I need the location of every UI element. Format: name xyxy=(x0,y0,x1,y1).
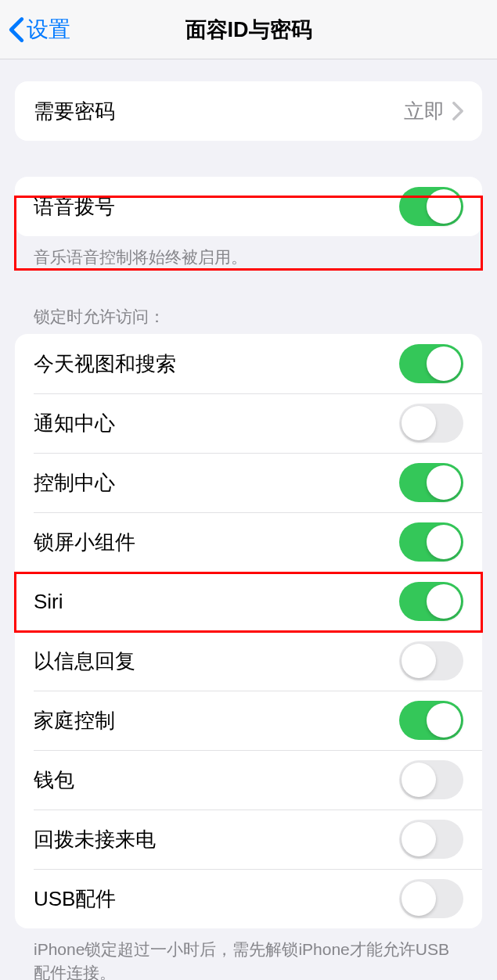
lock-access-toggle[interactable] xyxy=(399,879,463,918)
lock-access-row: 回拨未接来电 xyxy=(15,809,482,869)
lock-access-toggle[interactable] xyxy=(399,641,463,680)
chevron-right-icon xyxy=(452,102,463,120)
page-title: 面容ID与密码 xyxy=(185,16,312,44)
voice-dial-group: 语音拨号 xyxy=(15,177,482,236)
lock-access-label: 家庭控制 xyxy=(34,707,399,734)
lock-access-toggle[interactable] xyxy=(399,760,463,799)
back-label: 设置 xyxy=(27,15,70,45)
lock-access-row: Siri xyxy=(15,572,482,631)
lock-access-row: 钱包 xyxy=(15,750,482,809)
lock-access-label: 以信息回复 xyxy=(34,648,399,675)
lock-access-row: 锁屏小组件 xyxy=(15,512,482,572)
passcode-group: 需要密码 立即 xyxy=(15,81,482,141)
lock-access-header: 锁定时允许访问： xyxy=(15,306,482,334)
lock-access-row: 以信息回复 xyxy=(15,631,482,691)
lock-access-group: 今天视图和搜索通知中心控制中心锁屏小组件Siri以信息回复家庭控制钱包回拨未接来… xyxy=(15,334,482,928)
lock-access-label: 通知中心 xyxy=(34,410,399,437)
lock-access-label: Siri xyxy=(34,590,399,614)
navigation-bar: 设置 面容ID与密码 xyxy=(0,0,497,59)
lock-access-toggle[interactable] xyxy=(399,820,463,859)
lock-access-row: 控制中心 xyxy=(15,453,482,512)
lock-access-toggle[interactable] xyxy=(399,463,463,502)
lock-access-toggle[interactable] xyxy=(399,582,463,621)
require-passcode-label: 需要密码 xyxy=(34,98,404,125)
lock-access-label: USB配件 xyxy=(34,885,399,913)
lock-access-toggle[interactable] xyxy=(399,522,463,562)
lock-access-label: 今天视图和搜索 xyxy=(34,350,399,378)
chevron-left-icon xyxy=(8,16,25,43)
voice-dial-label: 语音拨号 xyxy=(34,193,399,221)
lock-access-toggle[interactable] xyxy=(399,701,463,740)
require-passcode-row[interactable]: 需要密码 立即 xyxy=(15,81,482,141)
lock-access-row: 家庭控制 xyxy=(15,691,482,750)
require-passcode-value: 立即 xyxy=(404,98,445,125)
lock-access-footer: iPhone锁定超过一小时后，需先解锁iPhone才能允许USB配件连接。 xyxy=(15,928,482,980)
voice-dial-toggle[interactable] xyxy=(399,187,463,226)
lock-access-label: 钱包 xyxy=(34,766,399,794)
lock-access-label: 回拨未接来电 xyxy=(34,826,399,853)
voice-dial-footer: 音乐语音控制将始终被启用。 xyxy=(15,236,482,268)
lock-access-toggle[interactable] xyxy=(399,344,463,383)
lock-access-row: USB配件 xyxy=(15,869,482,928)
lock-access-row: 通知中心 xyxy=(15,393,482,453)
voice-dial-row: 语音拨号 xyxy=(15,177,482,236)
lock-access-label: 控制中心 xyxy=(34,469,399,497)
lock-access-row: 今天视图和搜索 xyxy=(15,334,482,393)
back-button[interactable]: 设置 xyxy=(8,15,70,45)
lock-access-toggle[interactable] xyxy=(399,404,463,443)
lock-access-label: 锁屏小组件 xyxy=(34,529,399,556)
